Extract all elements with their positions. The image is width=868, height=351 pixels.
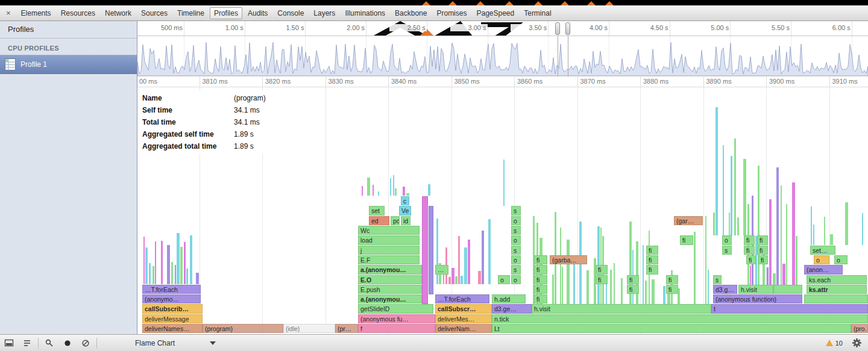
flame-block-e-push[interactable]: E.push (358, 285, 422, 294)
flame-block-callsubscr[interactable]: callSubscr… (435, 304, 492, 313)
flame-frame[interactable] (734, 138, 736, 235)
flame-frame[interactable] (643, 245, 644, 304)
flame-block-a-anonymou[interactable]: a.(anonymou… (358, 294, 422, 303)
flame-frame[interactable] (455, 276, 458, 284)
warning-icon[interactable] (826, 340, 833, 346)
flame-frame[interactable] (143, 237, 145, 284)
flame-block-ks-each[interactable]: ks.each (807, 275, 867, 284)
flame-block-d3-g[interactable]: d3.g… (713, 285, 737, 294)
flame-block-fi[interactable]: fi (596, 265, 608, 274)
flame-block-load[interactable]: load (358, 235, 420, 244)
flame-block-pd[interactable]: pd (391, 216, 400, 225)
flame-block-fi[interactable]: fi (646, 265, 658, 274)
flame-block-ve[interactable]: Ve (399, 206, 411, 215)
flame-frame[interactable] (184, 242, 186, 284)
flame-block-fi[interactable]: fi (534, 275, 547, 284)
flame-block-j[interactable]: j (358, 246, 420, 255)
flame-frame[interactable] (464, 247, 467, 284)
flame-frame[interactable] (652, 279, 655, 304)
flame-frame[interactable] (155, 241, 156, 284)
flame-frame[interactable] (614, 263, 615, 304)
tab-illuminations[interactable]: Illuminations (341, 7, 389, 19)
flame-block[interactable] (804, 294, 868, 303)
flame-frame[interactable] (171, 262, 173, 284)
tab-audits[interactable]: Audits (244, 7, 272, 19)
flame-block-program[interactable]: (program) (203, 324, 283, 333)
flame-block-h-add[interactable]: h.add (492, 294, 526, 303)
tab-console[interactable]: Console (273, 7, 308, 19)
flame-frame[interactable] (177, 233, 180, 284)
flame-block-delivernam[interactable]: deliverNam… (435, 324, 492, 333)
flame-block-id[interactable]: id (401, 216, 410, 225)
flame-frame[interactable] (403, 187, 405, 196)
tab-sources[interactable]: Sources (137, 7, 172, 19)
flame-block-fi[interactable]: fi (596, 275, 608, 284)
flame-block-set[interactable]: set (369, 206, 385, 215)
flame-frame[interactable] (824, 217, 825, 245)
flame-block-s[interactable]: s (722, 246, 732, 255)
flame-block-o[interactable]: o (814, 255, 829, 264)
flame-frame[interactable] (190, 235, 192, 284)
flame-frame[interactable] (776, 167, 779, 294)
flame-block-o[interactable]: o (498, 275, 510, 284)
flame-block-f[interactable]: f (358, 324, 435, 333)
selection-handle-right[interactable] (565, 22, 570, 35)
view-mode-select[interactable]: Flame Chart (133, 339, 218, 347)
flame-block-t-foreach[interactable]: …T.forEach (435, 294, 489, 303)
flame-block-delivernames[interactable]: deliverNames… (142, 324, 203, 333)
clear-icon[interactable] (77, 336, 95, 350)
flame-frame[interactable] (845, 202, 848, 245)
flame-frame[interactable] (813, 225, 814, 245)
flame-frame[interactable] (708, 270, 709, 304)
flame-frame[interactable] (149, 263, 151, 284)
sidebar-item-profile-1[interactable]: Profile 1 (0, 55, 137, 74)
warning-count[interactable]: 10 (835, 340, 843, 347)
flame-frame[interactable] (552, 275, 554, 304)
tab-layers[interactable]: Layers (309, 7, 339, 19)
flame-frame[interactable] (393, 175, 394, 196)
tab-timeline[interactable]: Timeline (173, 7, 209, 19)
flame-frame[interactable] (713, 213, 715, 235)
flame-block-fi[interactable]: fi (627, 285, 639, 294)
flame-frame[interactable] (560, 228, 561, 304)
search-icon[interactable] (40, 336, 58, 350)
flame-frame[interactable] (786, 204, 787, 294)
flame-block-idle[interactable]: (idle) (283, 324, 335, 333)
selection-handle-left[interactable] (555, 22, 560, 35)
flame-block-t[interactable]: t (711, 304, 868, 313)
flame-frame[interactable] (468, 240, 470, 284)
flame-block-getslideid[interactable]: getSlideID (358, 304, 433, 313)
flame-block-anonymous-fu[interactable]: (anonymous fu… (358, 314, 435, 323)
flame-block-h-visit[interactable]: h.visit (738, 285, 773, 294)
flame-frame[interactable] (663, 286, 665, 304)
flame-block-o[interactable]: o (834, 255, 848, 264)
flame-frame[interactable] (606, 283, 607, 304)
flame-block-fi[interactable]: fi (627, 275, 639, 284)
flame-block-s[interactable]: s (713, 275, 722, 284)
flame-block-fi[interactable]: fi (534, 265, 547, 274)
flame-block-item[interactable]: … (435, 265, 448, 274)
flame-block-garba[interactable]: (garba… (550, 255, 587, 264)
flame-block-fi[interactable]: fi (744, 246, 755, 255)
tab-profiles[interactable]: Profiles (210, 7, 242, 19)
flame-block-o[interactable]: o (511, 255, 521, 264)
flame-block-gar[interactable]: (gar… (674, 216, 703, 225)
flame-block-d3-ge[interactable]: d3.ge… (492, 304, 532, 313)
flame-frame[interactable] (758, 166, 760, 294)
tab-promises[interactable]: Promises (432, 7, 471, 19)
flame-block-ed[interactable]: ed (369, 216, 389, 225)
flame-frame[interactable] (367, 178, 370, 196)
flame-frame[interactable] (180, 247, 183, 284)
flame-frame[interactable] (705, 216, 706, 304)
flame-frame[interactable] (781, 185, 782, 294)
flame-block-s[interactable]: s (511, 265, 521, 274)
flame-block-o[interactable]: o (511, 216, 521, 225)
flame-frame[interactable] (436, 219, 438, 284)
dock-side-icon[interactable] (0, 336, 18, 350)
flame-frame[interactable] (830, 234, 833, 245)
cpu-overview-graph[interactable] (137, 36, 868, 76)
flame-block-delivermes[interactable]: deliverMes… (435, 314, 492, 323)
tab-network[interactable]: Network (101, 7, 136, 19)
flame-frame[interactable] (723, 145, 724, 235)
flame-frame[interactable] (587, 270, 589, 304)
